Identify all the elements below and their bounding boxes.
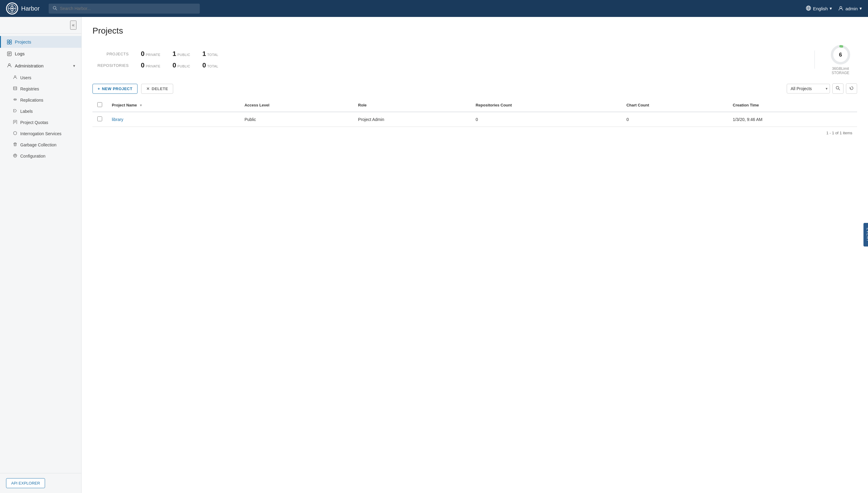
- sidebar-nav: Projects Logs Administration ▾: [0, 34, 81, 164]
- row-checkbox-cell[interactable]: [92, 112, 107, 127]
- select-all-checkbox[interactable]: [97, 102, 102, 107]
- projects-public-label: PUBLIC: [177, 53, 190, 57]
- logo[interactable]: Harbor: [6, 2, 40, 15]
- storage-donut-chart: 6: [830, 44, 851, 65]
- language-selector[interactable]: English ▾: [806, 5, 832, 12]
- sidebar-projects-label: Projects: [15, 39, 31, 44]
- toolbar: + NEW PROJECT ✕ DELETE All Projects Priv…: [92, 84, 857, 94]
- language-label: English: [813, 6, 828, 11]
- th-role: Role: [353, 99, 471, 112]
- storage-number: 6: [839, 52, 842, 58]
- th-access-level: Access Level: [240, 99, 353, 112]
- th-repositories-count: Repositories Count: [471, 99, 622, 112]
- row-repositories-count: 0: [471, 112, 622, 127]
- replications-label: Replications: [20, 98, 43, 103]
- search-button[interactable]: [832, 84, 844, 94]
- table-row: library Public Project Admin 0 0 1/3/20,…: [92, 112, 857, 127]
- administration-icon: [7, 63, 12, 69]
- projects-public-group: 1 PUBLIC: [173, 50, 190, 58]
- sidebar-subnav-administration: Users Registries Replications: [0, 72, 81, 162]
- svg-rect-13: [7, 40, 9, 42]
- svg-rect-23: [14, 87, 17, 90]
- repos-private-group: 0 PRIVATE: [141, 61, 160, 69]
- repos-total-group: 0 TOTAL: [202, 61, 218, 69]
- sidebar-item-logs[interactable]: Logs: [0, 48, 81, 60]
- repos-private-label: PRIVATE: [146, 64, 160, 68]
- select-all-cell[interactable]: [92, 99, 107, 112]
- topnav: Harbor English ▾ admin ▾: [0, 0, 868, 17]
- repos-stats-label: REPOSITORIES: [92, 63, 129, 68]
- delete-button[interactable]: ✕ DELETE: [141, 84, 173, 94]
- administration-section-left: Administration: [7, 63, 44, 69]
- sidebar-item-configuration[interactable]: Configuration: [0, 150, 81, 162]
- th-project-name-label: Project Name: [112, 103, 137, 107]
- event-tab[interactable]: EVENT: [864, 223, 868, 246]
- storage-widget: 6 36GBLimit STORAGE: [824, 44, 857, 75]
- sidebar-item-projects[interactable]: Projects: [0, 36, 81, 48]
- project-quotas-label: Project Quotas: [20, 120, 48, 125]
- sidebar-item-users[interactable]: Users: [0, 72, 81, 83]
- user-menu[interactable]: admin ▾: [838, 5, 862, 12]
- search-box[interactable]: [49, 4, 200, 14]
- sidebar-item-labels[interactable]: Labels: [0, 106, 81, 117]
- repos-total-num: 0: [202, 61, 206, 69]
- th-access-level-label: Access Level: [245, 103, 269, 107]
- sidebar-item-garbage-collection[interactable]: Garbage Collection: [0, 139, 81, 150]
- projects-table: Project Name ▼ Access Level Role Reposit…: [92, 99, 857, 127]
- row-role: Project Admin: [353, 112, 471, 127]
- search-icon-small: [836, 86, 840, 91]
- configuration-icon: [13, 153, 17, 158]
- stats-bar: PROJECTS 0 PRIVATE 1 PUBLIC 1 TOTAL: [92, 44, 857, 75]
- refresh-button[interactable]: [846, 84, 857, 94]
- api-explorer-button[interactable]: API EXPLORER: [6, 478, 45, 488]
- sidebar-administration-label: Administration: [15, 63, 44, 68]
- filter-select[interactable]: All Projects Private Projects Public Pro…: [787, 84, 830, 93]
- search-container[interactable]: [49, 4, 200, 14]
- th-project-name[interactable]: Project Name ▼: [107, 99, 240, 112]
- user-chevron-icon: ▾: [860, 6, 862, 11]
- labels-icon: [13, 109, 17, 114]
- row-chart-count: 0: [622, 112, 728, 127]
- administration-chevron-icon: ▾: [73, 64, 75, 68]
- users-icon: [13, 75, 17, 80]
- language-chevron-icon: ▾: [830, 6, 832, 11]
- project-name-link[interactable]: library: [112, 117, 123, 122]
- garbage-collection-icon: [13, 142, 17, 147]
- configuration-label: Configuration: [20, 154, 45, 158]
- replications-icon: [13, 98, 17, 103]
- sidebar-item-registries[interactable]: Registries: [0, 83, 81, 94]
- sort-icon: ▼: [139, 103, 143, 107]
- interrogation-services-label: Interrogation Services: [20, 131, 61, 136]
- table-header-row: Project Name ▼ Access Level Role Reposit…: [92, 99, 857, 112]
- projects-total-label: TOTAL: [207, 53, 219, 57]
- sidebar-logs-label: Logs: [15, 51, 25, 56]
- th-chart-count: Chart Count: [622, 99, 728, 112]
- sidebar-item-interrogation-services[interactable]: Interrogation Services: [0, 128, 81, 139]
- sidebar-item-project-quotas[interactable]: Project Quotas: [0, 117, 81, 128]
- times-icon: ✕: [146, 86, 150, 91]
- user-icon: [838, 5, 844, 12]
- harbor-logo-svg: [7, 3, 18, 14]
- storage-limit-label: 36GBLimit: [832, 67, 849, 71]
- svg-point-34: [15, 155, 16, 156]
- svg-line-38: [839, 89, 840, 90]
- logs-icon: [7, 51, 12, 56]
- project-quotas-icon: [13, 120, 17, 125]
- stats-group: PROJECTS 0 PRIVATE 1 PUBLIC 1 TOTAL: [92, 50, 805, 69]
- registries-icon: [13, 86, 17, 91]
- sidebar-section-administration[interactable]: Administration ▾: [0, 60, 81, 72]
- plus-icon: +: [98, 86, 100, 91]
- svg-point-4: [12, 8, 13, 9]
- repos-private-num: 0: [141, 61, 144, 69]
- projects-private-label: PRIVATE: [146, 53, 160, 57]
- sidebar-item-replications[interactable]: Replications: [0, 94, 81, 106]
- search-input[interactable]: [60, 6, 196, 11]
- collapse-sidebar-button[interactable]: «: [70, 21, 76, 30]
- th-chart-count-label: Chart Count: [626, 103, 649, 107]
- projects-total-num: 1: [202, 50, 206, 58]
- row-checkbox[interactable]: [97, 116, 102, 121]
- svg-point-22: [15, 76, 16, 77]
- projects-stats-label: PROJECTS: [92, 52, 129, 56]
- main-content: Projects PROJECTS 0 PRIVATE 1 PUBLIC 1: [82, 17, 868, 493]
- new-project-button[interactable]: + NEW PROJECT: [92, 84, 138, 94]
